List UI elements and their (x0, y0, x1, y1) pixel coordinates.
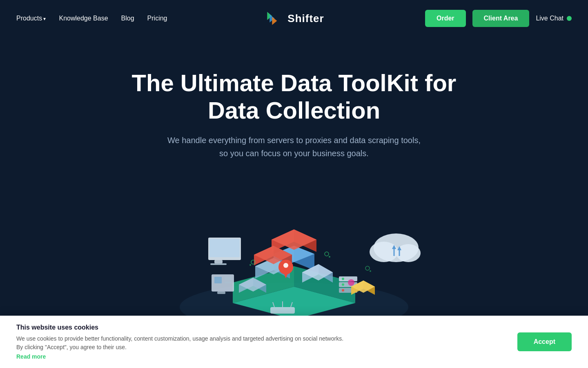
navbar: Products Knowledge Base Blog Pricing Shi… (0, 0, 588, 37)
svg-point-44 (342, 289, 344, 292)
iso-scene-svg (151, 188, 437, 332)
svg-point-55 (329, 256, 330, 258)
client-area-button[interactable]: Client Area (472, 10, 530, 27)
logo-text: Shifter (287, 12, 324, 25)
svg-marker-2 (272, 17, 277, 25)
live-chat-label: Live Chat (536, 15, 564, 22)
svg-rect-29 (209, 239, 240, 257)
cookie-title: This website uses cookies (16, 324, 351, 331)
nav-products[interactable]: Products (16, 15, 46, 22)
svg-rect-46 (214, 277, 222, 283)
svg-point-42 (342, 278, 344, 280)
nav-left: Products Knowledge Base Blog Pricing (16, 15, 167, 22)
nav-blog[interactable]: Blog (121, 15, 134, 22)
svg-point-54 (325, 252, 329, 256)
svg-rect-31 (210, 263, 227, 265)
svg-rect-39 (339, 276, 357, 281)
svg-rect-47 (225, 277, 231, 280)
cookie-content: This website uses cookies We use cookies… (16, 324, 351, 360)
logo-icon (264, 9, 283, 28)
svg-point-59 (370, 270, 371, 272)
hero-subtitle: We handle everything from servers to pro… (167, 134, 421, 160)
svg-rect-50 (270, 307, 295, 314)
svg-rect-49 (217, 292, 225, 294)
hero-title: The Ultimate Data ToolKit for Data Colle… (110, 70, 478, 124)
nav-knowledge-base[interactable]: Knowledge Base (59, 15, 108, 22)
svg-rect-30 (214, 260, 223, 263)
svg-point-58 (365, 266, 370, 270)
logo-container[interactable]: Shifter (264, 9, 324, 28)
svg-rect-48 (225, 282, 231, 283)
svg-point-60 (348, 279, 354, 286)
nav-pricing[interactable]: Pricing (147, 15, 167, 22)
cookie-read-more-link[interactable]: Read more (16, 353, 351, 360)
nav-right: Order Client Area Live Chat (425, 10, 572, 27)
cookie-accept-button[interactable]: Accept (517, 332, 572, 351)
order-button[interactable]: Order (425, 10, 466, 27)
live-chat-status-dot (567, 16, 572, 21)
hero-illustration (110, 176, 478, 332)
live-chat[interactable]: Live Chat (536, 15, 572, 22)
cookie-body: We use cookies to provide better functio… (16, 334, 351, 352)
svg-point-26 (283, 263, 288, 268)
hero-subtitle-line1: We handle everything from servers to pro… (167, 136, 421, 145)
cookie-banner: This website uses cookies We use cookies… (0, 316, 588, 368)
svg-point-57 (249, 264, 251, 266)
svg-point-43 (342, 283, 344, 286)
hero-subtitle-line2: so you can focus on your business goals. (219, 149, 369, 158)
